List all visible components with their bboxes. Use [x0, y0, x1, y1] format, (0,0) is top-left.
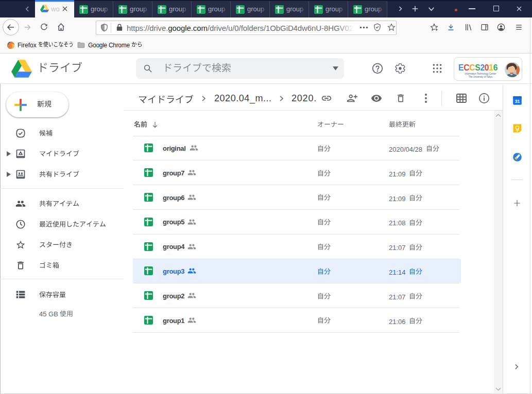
- svg-text:31: 31: [515, 99, 520, 104]
